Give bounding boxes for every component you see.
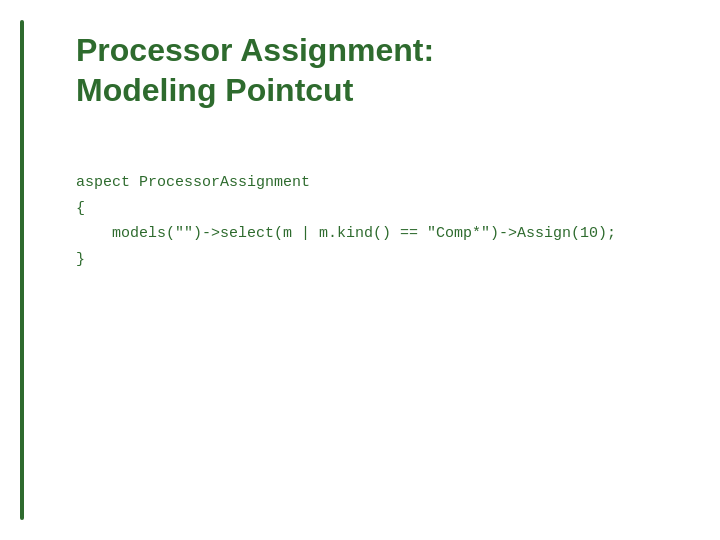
slide-title: Processor Assignment: Modeling Pointcut [76, 30, 680, 110]
content-area: Processor Assignment: Modeling Pointcut … [60, 30, 680, 272]
code-line-4: } [76, 247, 680, 273]
code-line-3: models("")->select(m | m.kind() == "Comp… [76, 221, 680, 247]
left-border-decoration [20, 20, 24, 520]
slide-container: Processor Assignment: Modeling Pointcut … [0, 0, 720, 540]
title-line1: Processor Assignment: [76, 30, 680, 70]
code-block: aspect ProcessorAssignment { models("")-… [76, 170, 680, 272]
code-line-2: { [76, 196, 680, 222]
code-line-1: aspect ProcessorAssignment [76, 170, 680, 196]
title-line2: Modeling Pointcut [76, 70, 680, 110]
